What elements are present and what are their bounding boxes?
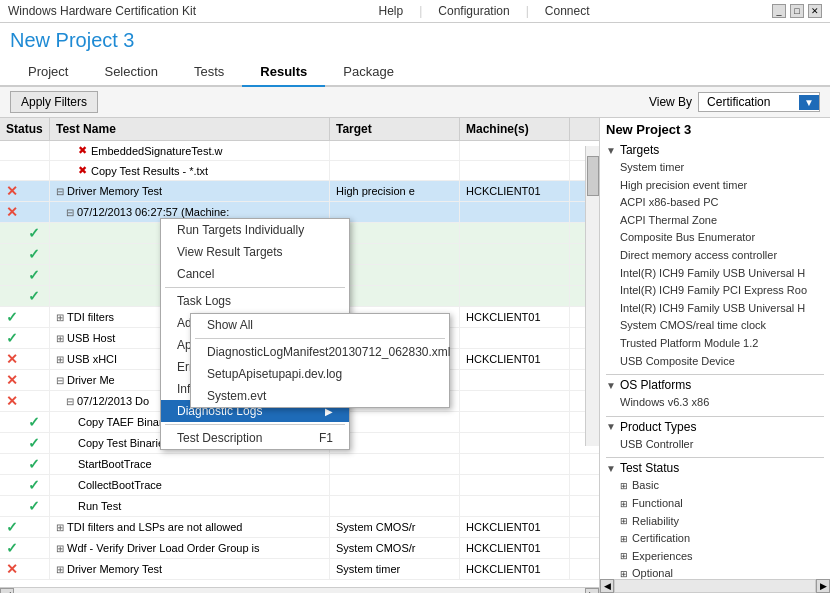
help-link[interactable]: Help (379, 4, 404, 18)
menu-test-desc-shortcut: F1 (319, 431, 333, 445)
tab-results[interactable]: Results (242, 58, 325, 87)
expand-reliability[interactable]: ⊞ (620, 514, 628, 528)
fail-icon: ✕ (6, 372, 18, 388)
target-cell: System CMOS/r (330, 517, 460, 537)
name-cell: Run Test (50, 496, 330, 516)
fail-icon: ✕ (6, 393, 18, 409)
tab-tests[interactable]: Tests (176, 58, 242, 87)
table-row[interactable]: ✓ ⊞ Wdf - Verify Driver Load Order Group… (0, 538, 599, 559)
scroll-right[interactable]: ▶ (816, 579, 830, 593)
tree-item: Intel(R) ICH9 Family USB Universal H (606, 300, 824, 318)
tree-item: ⊞ Experiences (606, 548, 824, 566)
menu-view-targets[interactable]: View Result Targets (161, 241, 349, 263)
close-button[interactable]: ✕ (808, 4, 822, 18)
scroll-right-button[interactable]: ▶ (585, 588, 599, 594)
menu-test-description[interactable]: Test Description F1 (161, 427, 349, 449)
pass-icon: ✓ (28, 225, 40, 241)
scroll-left-button[interactable]: ◀ (0, 588, 14, 594)
status-cell: ✓ (0, 538, 50, 558)
pass-icon: ✓ (28, 288, 40, 304)
name-cell: ✖Copy Test Results - *.txt (50, 161, 330, 180)
menu-run-targets[interactable]: Run Targets Individually (161, 219, 349, 241)
table-row[interactable]: ✓ StartBootTrace (0, 454, 599, 475)
config-link[interactable]: Configuration (438, 4, 509, 18)
submenu-setupapi[interactable]: SetupApisetupapi.dev.log (191, 363, 449, 385)
menu-separator2 (165, 424, 345, 425)
expand-experiences[interactable]: ⊞ (620, 549, 628, 563)
scrollbar-thumb[interactable] (587, 156, 599, 196)
apply-filters-button[interactable]: Apply Filters (10, 91, 98, 113)
name-cell: ✖EmbeddedSignatureTest.w (50, 141, 330, 160)
submenu-system-evt[interactable]: System.evt (191, 385, 449, 407)
machine-cell (460, 475, 570, 495)
horizontal-scrollbar[interactable]: ◀ ▶ (0, 587, 599, 593)
targets-expand-icon[interactable]: ▼ (606, 145, 616, 156)
tab-package[interactable]: Package (325, 58, 412, 87)
target-cell: System timer (330, 559, 460, 579)
tree-item: Composite Bus Enumerator (606, 229, 824, 247)
machine-cell (460, 244, 570, 264)
window-controls[interactable]: _ □ ✕ (772, 4, 822, 18)
tree-item: ⊞ Basic (606, 477, 824, 495)
machine-cell (460, 202, 570, 222)
submenu-show-all[interactable]: Show All (191, 314, 449, 336)
tab-selection[interactable]: Selection (86, 58, 175, 87)
tab-project[interactable]: Project (10, 58, 86, 87)
tree-item: ⊞ Certification (606, 530, 824, 548)
target-cell (330, 475, 460, 495)
tree-item: High precision event timer (606, 177, 824, 195)
table-row[interactable]: ✓ Run Test (0, 496, 599, 517)
expand-functional[interactable]: ⊞ (620, 497, 628, 511)
status-cell: ✓ (0, 475, 50, 495)
minimize-button[interactable]: _ (772, 4, 786, 18)
tree-item: USB Composite Device (606, 353, 824, 371)
table-row[interactable]: ✖Copy Test Results - *.txt (0, 161, 599, 181)
machine-cell: HCKCLIENT01 (460, 181, 570, 201)
scroll-left[interactable]: ◀ (600, 579, 614, 593)
maximize-button[interactable]: □ (790, 4, 804, 18)
target-cell: System CMOS/r (330, 538, 460, 558)
scroll-track[interactable] (614, 579, 816, 593)
vertical-scrollbar[interactable] (585, 146, 599, 446)
expand-icon: ⊟ (56, 186, 64, 197)
expand-basic[interactable]: ⊞ (620, 479, 628, 493)
tree-item: Direct memory access controller (606, 247, 824, 265)
os-expand-icon[interactable]: ▼ (606, 380, 616, 391)
name-cell: ⊟ Driver Memory Test (50, 181, 330, 201)
table-row[interactable]: ✕ ⊟ Driver Memory Test High precision e … (0, 181, 599, 202)
table-row[interactable]: ✕ ⊞ Driver Memory Test System timer HCKC… (0, 559, 599, 580)
target-cell (330, 141, 460, 160)
status-cell: ✕ (0, 181, 50, 201)
view-by-select[interactable]: Certification ▼ (698, 92, 820, 112)
product-expand-icon[interactable]: ▼ (606, 421, 616, 432)
expand-certification[interactable]: ⊞ (620, 532, 628, 546)
name-cell: ⊞ Wdf - Verify Driver Load Order Group i… (50, 538, 330, 558)
table-row[interactable]: ✖EmbeddedSignatureTest.w (0, 141, 599, 161)
status-cell: ✓ (0, 517, 50, 537)
right-panel-scrollbar[interactable]: ◀ ▶ (600, 579, 830, 593)
target-cell (330, 454, 460, 474)
table-row[interactable]: ✓ ⊞ TDI filters and LSPs are not allowed… (0, 517, 599, 538)
product-types-section: ▼ Product Types USB Controller (606, 420, 824, 454)
status-cell: ✕ (0, 391, 50, 411)
view-by-dropdown-arrow[interactable]: ▼ (799, 95, 819, 110)
connect-link[interactable]: Connect (545, 4, 590, 18)
machine-cell: HCKCLIENT01 (460, 559, 570, 579)
table-row[interactable]: ✓ CollectBootTrace (0, 475, 599, 496)
titlebar: Windows Hardware Certification Kit Help … (0, 0, 830, 23)
menu-cancel[interactable]: Cancel (161, 263, 349, 285)
col-testname: Test Name (50, 118, 330, 140)
pass-icon: ✓ (28, 498, 40, 514)
machine-cell (460, 328, 570, 348)
pass-icon: ✓ (6, 309, 18, 325)
test-status-expand-icon[interactable]: ▼ (606, 463, 616, 474)
view-by-label: View By (649, 95, 692, 109)
status-cell: ✓ (0, 496, 50, 516)
tree-item: USB Controller (606, 436, 824, 454)
submenu-manifest[interactable]: DiagnosticLogManifest20130712_062830.xml (191, 341, 449, 363)
view-by-control: View By Certification ▼ (649, 92, 820, 112)
machine-cell: HCKCLIENT01 (460, 349, 570, 369)
status-cell: ✓ (0, 307, 50, 327)
machine-cell: HCKCLIENT01 (460, 307, 570, 327)
menu-task-logs[interactable]: Task Logs (161, 290, 349, 312)
